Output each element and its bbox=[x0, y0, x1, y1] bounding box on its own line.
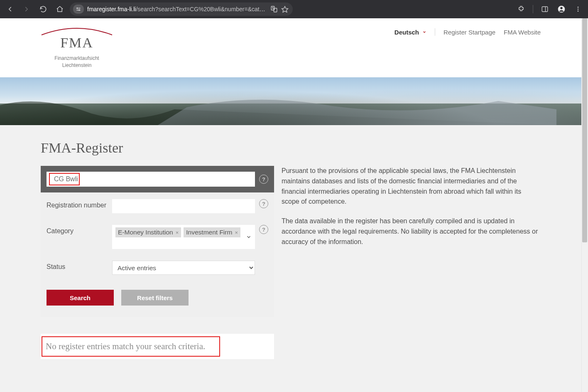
extensions-icon[interactable] bbox=[514, 2, 528, 16]
translate-icon[interactable] bbox=[270, 5, 278, 13]
logo-text: FMA bbox=[60, 35, 93, 51]
header-nav: Deutsch Register Startpage FMA Website bbox=[394, 26, 541, 36]
home-button[interactable] bbox=[53, 2, 66, 16]
search-bar-row: CG Bwli ? bbox=[41, 166, 274, 192]
fma-website-link[interactable]: FMA Website bbox=[504, 29, 541, 36]
tag-label: E-Money Institution bbox=[118, 229, 173, 236]
help-icon[interactable]: ? bbox=[259, 199, 268, 208]
svg-point-12 bbox=[560, 7, 562, 9]
category-multiselect[interactable]: E-Money Institution × Investment Firm × bbox=[112, 225, 255, 249]
browser-chrome: fmaregister.fma-li.li/search?searchText=… bbox=[0, 0, 588, 18]
search-input-wrap: CG Bwli bbox=[47, 172, 255, 187]
language-switch[interactable]: Deutsch bbox=[394, 29, 426, 36]
fma-logo[interactable]: FMA FinanzmarktaufsichtLiechtenstein bbox=[41, 26, 113, 69]
language-label: Deutsch bbox=[394, 29, 419, 36]
tag-remove-icon[interactable]: × bbox=[235, 229, 238, 236]
profile-icon[interactable] bbox=[555, 2, 568, 16]
svg-point-2 bbox=[79, 10, 80, 10]
category-tag: Investment Firm × bbox=[184, 227, 240, 237]
help-icon[interactable]: ? bbox=[259, 225, 268, 234]
no-results-message: No register entries match your search cr… bbox=[46, 341, 269, 352]
tag-label: Investment Firm bbox=[186, 229, 232, 236]
search-panel: CG Bwli ? Registration number ? bbox=[41, 166, 274, 317]
status-select[interactable]: Active entries bbox=[112, 261, 255, 275]
url-text: fmaregister.fma-li.li/search?searchText=… bbox=[87, 6, 267, 12]
svg-point-14 bbox=[578, 9, 579, 10]
svg-point-0 bbox=[77, 8, 78, 9]
results-panel: No register entries match your search cr… bbox=[41, 334, 274, 359]
bookmark-star-icon[interactable] bbox=[281, 5, 289, 13]
svg-point-15 bbox=[578, 10, 579, 12]
info-paragraph: Pursuant to the provisions of the applic… bbox=[282, 166, 541, 207]
main-content: FMA-Register CG Bwli ? bbox=[0, 125, 581, 376]
sidepanel-icon[interactable] bbox=[538, 2, 551, 16]
help-icon[interactable]: ? bbox=[259, 175, 268, 184]
reload-button[interactable] bbox=[37, 2, 50, 16]
address-bar[interactable]: fmaregister.fma-li.li/search?searchText=… bbox=[70, 2, 293, 16]
category-label: Category bbox=[47, 225, 108, 236]
site-header: FMA FinanzmarktaufsichtLiechtenstein Deu… bbox=[0, 18, 581, 77]
category-tag: E-Money Institution × bbox=[115, 227, 181, 237]
chevron-down-icon[interactable] bbox=[246, 234, 252, 240]
register-startpage-link[interactable]: Register Startpage bbox=[443, 29, 495, 36]
site-info-icon[interactable] bbox=[73, 5, 84, 14]
tag-remove-icon[interactable]: × bbox=[176, 229, 179, 236]
logo-subtitle: FinanzmarktaufsichtLiechtenstein bbox=[54, 55, 99, 69]
chevron-down-icon bbox=[422, 30, 426, 34]
status-label: Status bbox=[47, 261, 108, 271]
reset-filters-button[interactable]: Reset filters bbox=[121, 290, 189, 306]
nav-forward-button[interactable] bbox=[20, 2, 33, 16]
scrollbar-thumb[interactable] bbox=[582, 18, 587, 242]
search-button[interactable]: Search bbox=[47, 290, 114, 306]
nav-back-button[interactable] bbox=[3, 2, 17, 16]
svg-rect-9 bbox=[542, 7, 548, 12]
hero-banner bbox=[0, 77, 581, 125]
reg-number-label: Registration number bbox=[47, 199, 108, 210]
menu-icon[interactable] bbox=[571, 2, 585, 16]
nav-divider bbox=[435, 28, 435, 36]
page-title: FMA-Register bbox=[41, 125, 541, 166]
svg-point-13 bbox=[578, 7, 579, 8]
search-text-input[interactable] bbox=[48, 172, 253, 187]
registration-number-input[interactable] bbox=[112, 199, 255, 213]
scrollbar[interactable] bbox=[581, 18, 588, 392]
info-column: Pursuant to the provisions of the applic… bbox=[282, 166, 541, 256]
info-paragraph: The data available in the register has b… bbox=[282, 216, 541, 247]
svg-marker-8 bbox=[282, 6, 288, 12]
chrome-divider bbox=[533, 5, 533, 13]
